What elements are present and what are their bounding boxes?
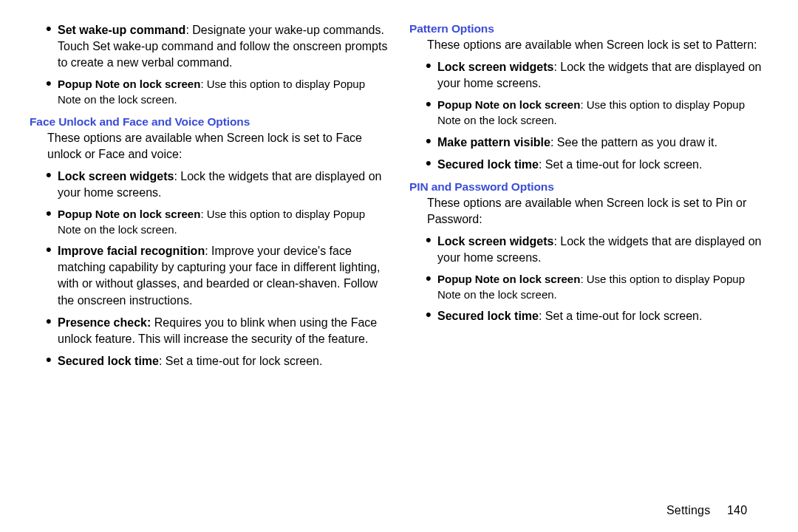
top-bullet-list: Set wake-up command: Designate your wake…	[30, 22, 389, 71]
section-intro: These options are available when Screen …	[427, 195, 768, 228]
bullet-bold: Lock screen widgets	[437, 61, 553, 73]
list-item: Set wake-up command: Designate your wake…	[49, 22, 389, 71]
pin-bullet-list-small: Popup Note on lock screen: Use this opti…	[409, 272, 768, 302]
footer-label: Settings	[666, 504, 710, 516]
bullet-text: : Set a time-out for lock screen.	[539, 158, 702, 171]
list-item: Lock screen widgets: Lock the widgets th…	[49, 168, 389, 201]
list-item: Secured lock time: Set a time-out for lo…	[49, 353, 389, 369]
list-item: Popup Note on lock screen: Use this opti…	[49, 77, 389, 107]
bullet-bold: Lock screen widgets	[58, 170, 174, 183]
bullet-bold: Secured lock time	[437, 310, 539, 322]
section-heading-pin: PIN and Password Options	[409, 180, 768, 194]
bullet-bold: Secured lock time	[437, 158, 539, 171]
list-item: Lock screen widgets: Lock the widgets th…	[429, 233, 768, 266]
list-item: Secured lock time: Set a time-out for lo…	[429, 308, 768, 324]
bullet-text: : Set a time-out for lock screen.	[539, 310, 702, 322]
face-bullet-list-2: Improve facial recognition: Improve your…	[30, 243, 389, 369]
list-item: Secured lock time: Set a time-out for lo…	[429, 157, 768, 173]
bullet-bold: Popup Note on lock screen	[58, 208, 200, 220]
face-bullet-list-small: Popup Note on lock screen: Use this opti…	[30, 207, 389, 237]
pin-bullet-list-2: Secured lock time: Set a time-out for lo…	[409, 308, 768, 324]
right-column: Pattern Options These options are availa…	[409, 22, 768, 375]
section-intro: These options are available when Screen …	[47, 130, 389, 163]
face-bullet-list: Lock screen widgets: Lock the widgets th…	[30, 168, 389, 201]
bullet-bold: Popup Note on lock screen	[437, 98, 580, 111]
section-intro: These options are available when Screen …	[427, 37, 768, 53]
section-heading-face-unlock: Face Unlock and Face and Voice Options	[30, 115, 389, 129]
bullet-bold: Secured lock time	[58, 355, 159, 367]
two-column-layout: Set wake-up command: Designate your wake…	[30, 22, 768, 375]
list-item: Popup Note on lock screen: Use this opti…	[429, 98, 768, 128]
bullet-text: : See the pattern as you draw it.	[550, 136, 717, 149]
pattern-bullet-list-2: Make pattern visible: See the pattern as…	[409, 134, 768, 173]
left-column: Set wake-up command: Designate your wake…	[30, 22, 389, 375]
section-heading-pattern: Pattern Options	[409, 22, 768, 35]
bullet-bold: Popup Note on lock screen	[58, 78, 200, 90]
top-bullet-list-small: Popup Note on lock screen: Use this opti…	[30, 77, 389, 107]
pattern-bullet-list-small: Popup Note on lock screen: Use this opti…	[409, 98, 768, 128]
list-item: Presence check: Requires you to blink wh…	[49, 315, 389, 347]
bullet-bold: Popup Note on lock screen	[437, 273, 580, 285]
bullet-bold: Lock screen widgets	[437, 235, 553, 248]
page: Set wake-up command: Designate your wake…	[0, 0, 798, 532]
page-footer: Settings 140	[30, 504, 768, 517]
bullet-bold: Improve facial recognition	[58, 245, 205, 257]
bullet-bold: Presence check:	[58, 316, 151, 329]
page-number: 140	[727, 504, 763, 517]
bullet-text: : Set a time-out for lock screen.	[159, 355, 322, 367]
list-item: Improve facial recognition: Improve your…	[49, 243, 389, 308]
bullet-bold: Make pattern visible	[437, 136, 550, 149]
list-item: Lock screen widgets: Lock the widgets th…	[429, 59, 768, 92]
list-item: Popup Note on lock screen: Use this opti…	[429, 272, 768, 302]
list-item: Make pattern visible: See the pattern as…	[429, 134, 768, 151]
bullet-bold: Set wake-up command	[58, 24, 185, 36]
pin-bullet-list: Lock screen widgets: Lock the widgets th…	[409, 233, 768, 266]
pattern-bullet-list: Lock screen widgets: Lock the widgets th…	[409, 59, 768, 92]
list-item: Popup Note on lock screen: Use this opti…	[49, 207, 389, 237]
